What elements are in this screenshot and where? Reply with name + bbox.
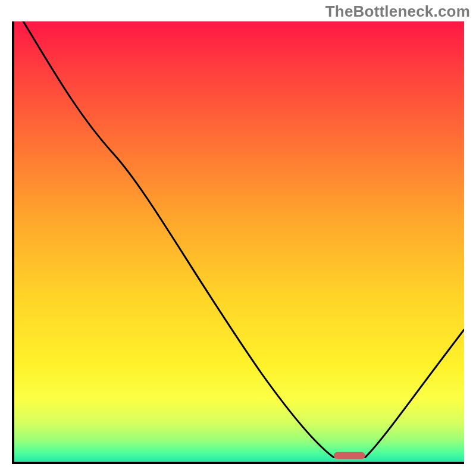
chart-container: TheBottleneck.com bbox=[0, 0, 476, 476]
optimal-range-marker bbox=[334, 452, 365, 459]
bottleneck-curve bbox=[23, 21, 464, 458]
watermark-label: TheBottleneck.com bbox=[325, 2, 470, 21]
plot-area bbox=[12, 21, 464, 464]
chart-svg bbox=[14, 21, 464, 462]
